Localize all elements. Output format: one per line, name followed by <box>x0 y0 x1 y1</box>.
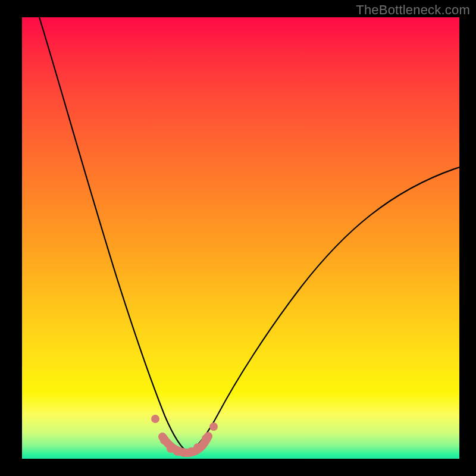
series-left-decay <box>39 17 189 453</box>
chart-svg <box>22 17 459 459</box>
svg-point-0 <box>151 415 159 423</box>
plot-area <box>22 17 459 459</box>
svg-point-4 <box>180 449 188 457</box>
watermark-text: TheBottleneck.com <box>356 2 470 18</box>
series-right-rise <box>189 167 459 453</box>
outer-frame: TheBottleneck.com <box>0 0 476 476</box>
svg-point-6 <box>193 443 202 452</box>
svg-point-7 <box>202 434 210 443</box>
svg-point-8 <box>209 422 218 431</box>
svg-point-1 <box>160 436 168 444</box>
